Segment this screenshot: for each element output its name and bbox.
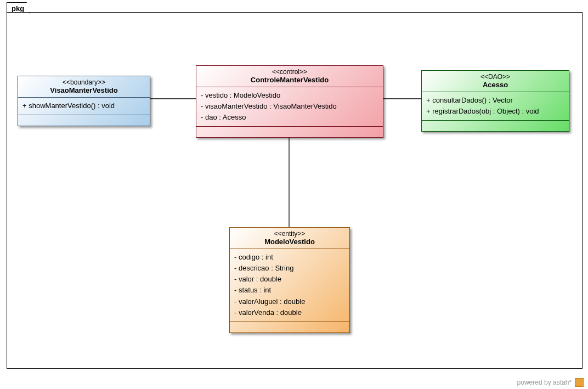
attribute: - valorAluguel : double [234, 296, 345, 307]
class-header: <<control>> ControleManterVestido [196, 66, 383, 87]
attributes-compartment: - vestido : ModeloVestido - visaoManterV… [196, 87, 383, 126]
class-acesso[interactable]: <<DAO>> Acesso + consultarDados() : Vect… [421, 70, 569, 132]
class-name: ModeloVestido [233, 238, 346, 246]
attribute: - descricao : String [234, 263, 345, 274]
operations-compartment: + showManterVestido() : void [18, 97, 150, 115]
class-header: <<DAO>> Acesso [422, 71, 569, 92]
attribute: - visaoManterVestido : VisaoManterVestid… [201, 101, 378, 112]
attributes-compartment: - codigo : int - descricao : String - va… [230, 249, 349, 322]
footer: powered by astah* [517, 378, 584, 387]
empty-compartment [196, 126, 383, 137]
stereotype-label: <<entity>> [233, 230, 346, 238]
class-header: <<boundary>> VisaoManterVestido [18, 76, 150, 97]
stereotype-label: <<DAO>> [425, 73, 566, 81]
diagram-canvas: pkg <<boundary>> VisaoManterVestido + sh… [0, 0, 588, 389]
attribute: - status : int [234, 285, 345, 296]
empty-compartment [422, 120, 569, 131]
attribute: - dao : Acesso [201, 112, 378, 123]
class-name: ControleManterVestido [200, 76, 380, 84]
class-modelo-vestido[interactable]: <<entity>> ModeloVestido - codigo : int … [229, 227, 350, 333]
stereotype-label: <<control>> [200, 68, 380, 76]
operations-compartment: + consultarDados() : Vector + registrarD… [422, 92, 569, 120]
empty-compartment [230, 322, 349, 332]
empty-compartment [18, 115, 150, 126]
class-header: <<entity>> ModeloVestido [230, 228, 349, 249]
attribute: - valorVenda : double [234, 307, 345, 318]
attribute: - codigo : int [234, 252, 345, 263]
class-controle-manter-vestido[interactable]: <<control>> ControleManterVestido - vest… [196, 65, 383, 138]
stereotype-label: <<boundary>> [21, 78, 146, 86]
operation: + showManterVestido() : void [22, 100, 145, 111]
footer-text: powered by astah* [517, 379, 572, 386]
operation: + registrarDados(obj : Object) : void [426, 106, 564, 117]
attribute: - valor : double [234, 274, 345, 285]
attribute: - vestido : ModeloVestido [201, 90, 378, 101]
class-name: VisaoManterVestido [21, 86, 146, 94]
class-name: Acesso [425, 81, 566, 89]
class-visao-manter-vestido[interactable]: <<boundary>> VisaoManterVestido + showMa… [18, 76, 150, 126]
astah-logo-icon [575, 378, 584, 387]
operation: + consultarDados() : Vector [426, 95, 564, 106]
